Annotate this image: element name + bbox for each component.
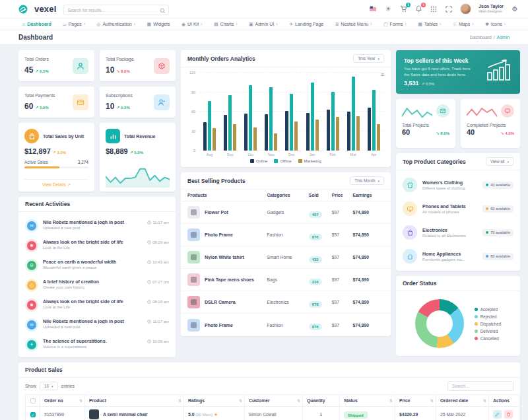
fullscreen-icon[interactable] [445, 5, 453, 13]
best-selling-row[interactable]: Nylon White tshirt Smart Home 432 $97 $7… [181, 246, 391, 269]
table-search-input[interactable] [447, 381, 513, 391]
categories-filter-select[interactable]: View all▾ [486, 157, 513, 166]
total-revenue-card: Total Revenue $8,889↗ 5.5% [100, 123, 176, 192]
nav-item[interactable]: ⌂ Dashboard [22, 22, 51, 26]
language-flag-icon[interactable] [369, 5, 377, 13]
stat-label: Total Orders [24, 57, 49, 61]
entries-control: Show 10▾ entries [25, 382, 75, 390]
caret-down-icon: ▾ [378, 179, 380, 183]
activity-item[interactable]: ✉ Nile Robetz mentioned a jogh in post U… [25, 216, 169, 236]
best-selling-period-select[interactable]: This Month▾ [350, 176, 384, 185]
bar-offline [208, 101, 211, 151]
card-title: Total Sales by Unit [43, 134, 84, 139]
activity-item[interactable]: ✉ Nile Robetz mentioned a jogh in post U… [25, 315, 169, 335]
nav-item[interactable]: ✱ Icons › [485, 22, 506, 27]
nav-item-icon: ✈ [289, 22, 293, 27]
best-selling-row[interactable]: Photo Frame Fashion 876 $97 $74,890 [181, 224, 391, 246]
stat-card-subscriptions[interactable]: Subscriptions 10↗ 0.5% [100, 87, 176, 118]
breadcrumb-separator: / [494, 35, 495, 40]
activity-icon: ✺ [27, 300, 36, 310]
activity-item[interactable]: ✦ The science of superstitions. Volume i… [25, 335, 169, 355]
nav-item-label: Admin UI [255, 22, 275, 26]
monitor-icon [403, 201, 417, 216]
nav-item[interactable]: ◉ UI Kit › [182, 22, 203, 27]
bar-marketing [356, 116, 360, 151]
nav-item-label: UI Kit [187, 22, 199, 26]
chevron-right-icon: › [504, 22, 506, 26]
bar-offline [249, 85, 252, 151]
search-icon[interactable] [160, 5, 166, 11]
nav-item[interactable]: ☉ Maps › [453, 22, 474, 27]
top-sellers-card: Top Sellers of this Week You have got 5 … [396, 50, 520, 94]
clock-icon [147, 300, 151, 304]
best-selling-row[interactable]: Pink Tape mens shoes Bags 234 $97 $74,89… [181, 269, 391, 291]
entries-select[interactable]: 10▾ [40, 382, 58, 390]
product-price: $97 [332, 232, 353, 237]
stat-label: Total Payments [24, 93, 55, 98]
chart-period-select[interactable]: This Year▾ [353, 54, 384, 63]
activity-description: Volume is a superstitions [43, 345, 143, 349]
nav-item[interactable]: ▣ Admin UI › [249, 22, 278, 27]
nav-item[interactable]: ▢ Forms › [383, 22, 407, 27]
edit-button[interactable] [493, 410, 502, 419]
theme-sun-icon[interactable]: ☀ [384, 5, 392, 13]
bar-offline [331, 92, 335, 151]
stat-value: 60 [402, 128, 410, 136]
bar-marketing [274, 133, 277, 151]
select-all-checkbox[interactable] [30, 398, 36, 403]
user-avatar[interactable] [460, 3, 471, 15]
sort-icon: ⇅ [483, 398, 486, 403]
nav-item[interactable]: ▤ Charts › [214, 22, 238, 27]
apps-grid-icon[interactable] [430, 5, 438, 13]
star-icon: ★ [214, 412, 218, 417]
nav-item[interactable]: ◎ Authentication › [96, 22, 135, 27]
bar-online [368, 108, 371, 151]
orders-plot: AugSepOctNovDecJanFebMarApr [199, 73, 384, 157]
card-title: Recent Activities [25, 201, 70, 207]
activity-item[interactable]: ✺ Always look on the bright side of life… [25, 295, 169, 315]
sold-badge: 876 [309, 324, 322, 330]
stat-card-total-package[interactable]: Total Package 10↘ 8.0% [100, 50, 176, 81]
bar-offline [269, 87, 273, 151]
nav-item[interactable]: ▦ Widgets [147, 22, 170, 27]
nav-item-icon: ✱ [485, 22, 489, 27]
best-selling-row[interactable]: DSLR Camera Electronics 678 $97 $74,890 [181, 291, 391, 314]
card-title: Top Sellers of this Week [404, 57, 475, 64]
nav-item-label: Widgets [153, 22, 170, 26]
activity-title: A brief history of creation [43, 279, 143, 284]
user-info[interactable]: Json Taylor Web Designer [478, 4, 504, 13]
nav-item-icon: ◉ [182, 22, 185, 27]
best-selling-row[interactable]: Photo Frame Fashion 876 $97 $74,890 [181, 314, 391, 336]
delete-button[interactable] [504, 410, 513, 419]
breadcrumb-parent[interactable]: Dashboard [470, 35, 492, 40]
header-search-input[interactable] [63, 5, 169, 15]
category-item-womens-clothing[interactable]: Women's Clothing Differnt types of cloth… [403, 173, 513, 197]
table-row[interactable]: #1537890 A semi minimal chair 5.0 (90 Me… [26, 407, 519, 420]
notifications-bell-icon[interactable]: 6 [414, 5, 422, 13]
stat-card-total-orders[interactable]: Total Orders 45↗ 0.5% [18, 50, 94, 81]
cart-icon[interactable]: 5 [399, 5, 407, 13]
bar-group: Feb [327, 73, 339, 157]
category-item-electronics[interactable]: Electronics Related to all Electronics 7… [403, 221, 513, 244]
settings-gear-icon[interactable]: ⚙ [511, 5, 519, 13]
activity-icon: ✉ [27, 320, 36, 330]
recent-activities-card: Recent Activities ✉ Nile Robetz mentione… [18, 197, 176, 357]
category-item-home-appliances[interactable]: Home Appliances Furnitures,gadgets etc..… [403, 244, 513, 268]
activity-item[interactable]: ✺ Always look on the bright side of life… [25, 236, 169, 256]
row-checkbox[interactable] [30, 412, 36, 417]
user-name: Json Taylor [478, 4, 504, 9]
view-details-link[interactable]: View Details ↗ [24, 179, 88, 188]
nav-item[interactable]: ≣ Nested Menu › [335, 22, 372, 27]
nav-item[interactable]: ✈ Landing Page [289, 22, 323, 27]
activity-item[interactable]: ◴ A brief history of creation Create you… [25, 275, 169, 295]
product-category: Fashion [267, 232, 308, 237]
nav-item[interactable]: ▱ Pages › [63, 22, 85, 27]
category-item-phones-tablets[interactable]: Phones and Tablets All models of phones … [403, 197, 513, 221]
stat-card-total-payments[interactable]: Total Payments 60↗ 3.5% [18, 87, 94, 118]
activity-item[interactable]: ☮ Peace on earth a wonderful width Wonde… [25, 256, 169, 275]
chevron-right-icon: › [236, 22, 237, 26]
trend-up-icon: ↗ 3.5% [35, 106, 48, 110]
nav-item[interactable]: ▦ Tables › [418, 22, 441, 27]
best-selling-row[interactable]: Flower Pot Gadgets 457 $97 $74,890 [181, 201, 391, 224]
completed-projects-sparkline [467, 104, 497, 120]
